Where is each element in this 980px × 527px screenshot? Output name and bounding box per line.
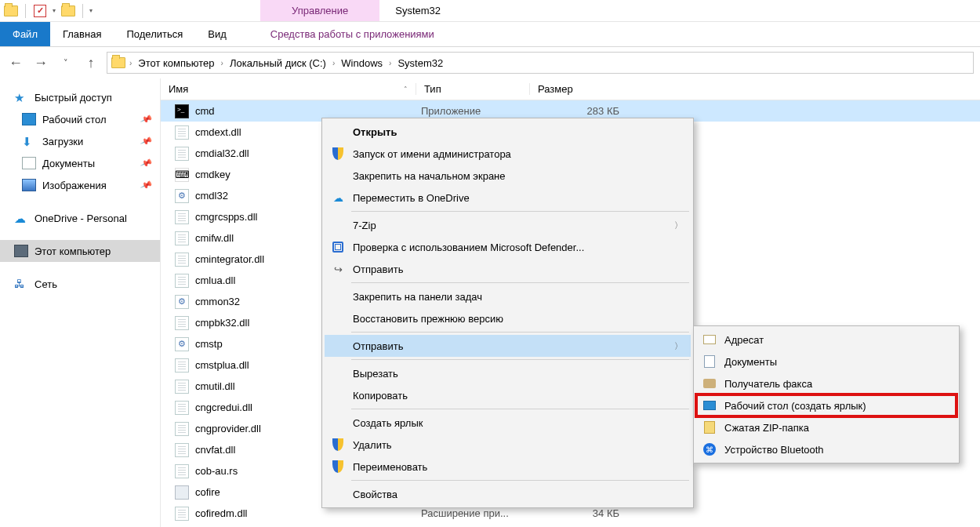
sendto-bluetooth[interactable]: ⌘Устройство Bluetooth (696, 438, 956, 460)
chevron-right-icon[interactable]: › (129, 59, 132, 67)
dll-icon (175, 210, 189, 224)
menu-pin-taskbar[interactable]: Закрепить на панели задач (325, 285, 691, 307)
tab-app-tools[interactable]: Средства работы с приложениями (258, 22, 447, 46)
contextual-tab-group: Управление (260, 0, 379, 21)
gear-icon: ⚙ (175, 295, 189, 309)
tab-share[interactable]: Поделиться (114, 22, 195, 46)
chevron-right-icon[interactable]: › (221, 59, 223, 67)
defender-icon (331, 240, 345, 254)
menu-delete[interactable]: Удалить (325, 434, 691, 456)
breadcrumb[interactable]: Windows (338, 57, 386, 69)
sidebar-documents[interactable]: Документы 📌 (0, 152, 160, 174)
tab-file[interactable]: Файл (0, 22, 50, 46)
address-bar[interactable]: › Этот компьютер › Локальный диск (C:) ›… (107, 52, 974, 74)
menu-share[interactable]: ↪Отправить (325, 258, 691, 280)
dropdown-icon[interactable]: ▾ (53, 7, 56, 14)
sendto-mail[interactable]: Адресат (696, 329, 956, 351)
file-type: Расширение при... (421, 507, 535, 519)
pin-icon: 📌 (140, 178, 154, 191)
pc-icon (14, 245, 28, 257)
quick-access-toolbar: ✓ ▾ ▾ (0, 0, 96, 21)
column-name[interactable]: Имя ˄ (161, 83, 416, 95)
menu-create-shortcut[interactable]: Создать ярлык (325, 412, 691, 434)
file-type: Приложение (421, 105, 535, 117)
menu-separator (351, 211, 689, 212)
sidebar-this-pc[interactable]: Этот компьютер (0, 240, 160, 262)
dll-icon (175, 125, 189, 140)
dll-icon (175, 507, 189, 521)
shield-icon (331, 460, 345, 474)
breadcrumb[interactable]: Локальный диск (C:) (227, 57, 329, 69)
fax-icon (702, 376, 717, 391)
sidebar-pictures[interactable]: Изображения 📌 (0, 174, 160, 196)
sendto-zip[interactable]: Сжатая ZIP-папка (696, 416, 956, 438)
key-icon: ⌨ (175, 168, 189, 182)
sidebar-onedrive[interactable]: ☁ OneDrive - Personal (0, 207, 160, 229)
dll-icon (175, 316, 189, 330)
navigation-bar: ← → ˅ ↑ › Этот компьютер › Локальный дис… (0, 47, 980, 78)
menu-pin-start[interactable]: Закрепить на начальном экране (325, 165, 691, 187)
sidebar-label: Загрузки (42, 136, 83, 147)
recent-dropdown[interactable]: ˅ (56, 53, 75, 72)
properties-check-icon[interactable]: ✓ (32, 3, 48, 19)
breadcrumb[interactable]: Этот компьютер (135, 57, 217, 69)
sendto-documents[interactable]: Документы (696, 351, 956, 373)
separator (25, 4, 26, 18)
sidebar-downloads[interactable]: ⬇ Загрузки 📌 (0, 130, 160, 152)
sidebar-label: Быстрый доступ (34, 92, 112, 104)
tab-view[interactable]: Вид (195, 22, 239, 46)
menu-copy[interactable]: Копировать (325, 384, 691, 406)
menu-7zip[interactable]: 7-Zip〉 (325, 214, 691, 236)
dll-icon (175, 443, 189, 457)
sidebar-desktop[interactable]: Рабочий стол 📌 (0, 108, 160, 130)
sidebar-label: Изображения (42, 180, 107, 191)
menu-defender[interactable]: Проверка с использованием Microsoft Defe… (325, 236, 691, 258)
separator (82, 4, 83, 18)
menu-separator (351, 409, 689, 409)
menu-run-as-admin[interactable]: Запуск от имени администратора (325, 143, 691, 165)
breadcrumb[interactable]: System32 (394, 57, 446, 69)
mail-icon (702, 333, 717, 347)
menu-rename[interactable]: Переименовать (325, 456, 691, 478)
menu-send-to[interactable]: Отправить〉 (325, 335, 691, 357)
menu-restore-version[interactable]: Восстановить прежнюю версию (325, 307, 691, 329)
zip-icon (702, 420, 717, 434)
gear-icon: ⚙ (175, 337, 189, 351)
contextual-tab-label: Управление (260, 0, 379, 21)
column-size[interactable]: Размер (529, 83, 615, 95)
chevron-right-icon[interactable]: › (389, 59, 391, 67)
menu-open[interactable]: Открыть (325, 121, 691, 143)
dll-icon (175, 231, 189, 245)
back-button[interactable]: ← (6, 53, 25, 72)
file-size: 34 КБ (541, 507, 619, 519)
column-type[interactable]: Тип (416, 83, 529, 95)
menu-separator (351, 282, 689, 283)
pin-icon: 📌 (140, 134, 154, 147)
menu-separator (351, 480, 689, 481)
ribbon-tabs: Файл Главная Поделиться Вид Средства раб… (0, 22, 980, 47)
sendto-submenu: Адресат Документы Получатель факса Рабоч… (693, 325, 960, 463)
sendto-fax[interactable]: Получатель факса (696, 373, 956, 394)
sendto-desktop-shortcut[interactable]: Рабочий стол (создать ярлык) (696, 394, 956, 416)
shield-icon (331, 147, 345, 161)
sidebar-quick-access[interactable]: ★ Быстрый доступ (0, 86, 160, 108)
sidebar-label: Рабочий стол (42, 114, 107, 125)
menu-properties[interactable]: Свойства (325, 483, 691, 505)
qat-customize-icon[interactable]: ▾ (89, 7, 93, 14)
sort-indicator-icon: ˄ (404, 85, 408, 93)
menu-cut[interactable]: Вырезать (325, 362, 691, 384)
forward-button[interactable]: → (31, 53, 50, 72)
dll-icon (175, 274, 189, 288)
cloud-icon: ☁ (14, 212, 28, 224)
pin-icon: 📌 (140, 112, 154, 125)
pin-icon: 📌 (140, 156, 154, 169)
up-button[interactable]: ↑ (82, 53, 100, 72)
context-menu: Открыть Запуск от имени администратора З… (321, 118, 694, 508)
sidebar-network[interactable]: 🖧 Сеть (0, 273, 160, 295)
tab-home[interactable]: Главная (50, 22, 114, 46)
file-icon (175, 464, 189, 478)
dll-icon (175, 422, 189, 436)
shield-icon (331, 438, 345, 452)
chevron-right-icon[interactable]: › (332, 59, 335, 67)
menu-move-onedrive[interactable]: ☁Переместить в OneDrive (325, 187, 691, 209)
